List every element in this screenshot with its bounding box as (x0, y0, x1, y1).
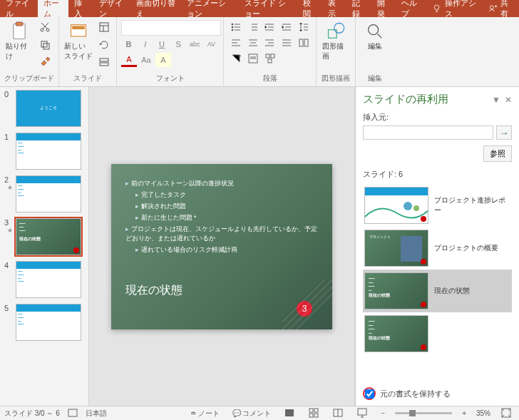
thumbnail-item[interactable]: 4━━━━━━━━━━━━━ (0, 258, 88, 301)
section-button[interactable] (96, 55, 112, 69)
reuse-item[interactable]: プロジェクトプロジェクトの概要 (363, 227, 512, 270)
strike-button[interactable]: abc (187, 37, 202, 51)
align-left-button[interactable] (228, 36, 244, 50)
svg-point-15 (232, 29, 233, 31)
copy-button[interactable] (37, 38, 53, 52)
font-selectors[interactable] (121, 20, 221, 36)
indent-inc-button[interactable] (279, 20, 294, 34)
text-direction-button[interactable] (228, 51, 244, 66)
align-right-button[interactable] (262, 36, 278, 50)
thumbnail-item[interactable]: 3★━━━━━━━━━━━現在の状態 (0, 215, 88, 258)
notes-button[interactable]: ≐ ノート (187, 409, 222, 419)
indent-dec-button[interactable] (262, 20, 278, 34)
thumbnail-item[interactable]: 2★━━━━━━━━━━━━━ (0, 173, 88, 215)
reuse-item-title: プロジェクトの概要 (434, 243, 498, 253)
reuse-item[interactable]: ━━━━━━━━━━━━━現在の状態 (363, 312, 512, 355)
font-color-button[interactable]: A (121, 53, 137, 67)
zoom-level[interactable]: 35% (476, 409, 490, 417)
align-center-button[interactable] (245, 36, 261, 50)
work-area: 0ようこそ1━━━━━━━━━━━━━2★━━━━━━━━━━━━━3★━━━━… (0, 87, 519, 406)
numbering-button[interactable] (245, 20, 261, 34)
paste-icon (9, 21, 29, 41)
thumb-preview[interactable]: ━━━━━━━━━━━━━ (16, 261, 81, 298)
shapes-button[interactable]: 図形描画 (321, 20, 351, 72)
thumb-preview[interactable]: ━━━━━━━━━━━━━ (16, 304, 81, 341)
share-icon (488, 3, 498, 14)
align-text-button[interactable] (245, 51, 261, 66)
indent-left-icon (264, 21, 275, 33)
thumb-preview[interactable]: ━━━━━━━━━━━現在の状態 (16, 218, 81, 255)
slide-canvas[interactable]: 前のマイルストーン以降の進捗状況完了したタスク解決された問題新たに生じた問題 *… (89, 87, 355, 406)
thumb-preview[interactable]: ━━━━━━━━━━━━━ (16, 175, 81, 212)
justify-button[interactable] (279, 36, 294, 50)
format-painter-button[interactable] (37, 55, 53, 69)
spacing-button[interactable]: AV (204, 37, 219, 51)
svg-point-24 (369, 25, 379, 35)
share-button[interactable]: 共有 (483, 0, 519, 22)
from-input[interactable] (363, 126, 493, 140)
panel-dropdown-icon[interactable]: ▼ (492, 95, 500, 105)
ribbon-clipboard: 貼り付け クリップボード (0, 17, 59, 86)
brush-icon (39, 56, 51, 68)
slide-bullet[interactable]: プロジェクトは現在、スケジュールよりも先行しているか、予定どおりか、または遅れて… (125, 225, 318, 243)
zoom-in-button[interactable]: + (459, 409, 469, 417)
language-label[interactable]: 日本語 (86, 409, 107, 419)
thumbnail-item[interactable]: 0ようこそ (0, 87, 88, 130)
smartart-button[interactable] (262, 51, 278, 66)
comments-button[interactable]: 💬 コメント (230, 409, 274, 419)
change-case-button[interactable]: Aa (138, 53, 154, 67)
shadow-button[interactable]: S (171, 37, 186, 51)
reuse-item[interactable]: ━━━━━━━━━━━━━現在の状態現在の状態 (363, 270, 512, 312)
go-button[interactable]: → (496, 126, 512, 140)
spellcheck-icon[interactable] (67, 407, 78, 420)
bullets-button[interactable] (228, 20, 244, 34)
svg-rect-29 (309, 409, 313, 412)
normal-view-button[interactable] (281, 407, 298, 420)
new-slide-icon (68, 21, 88, 41)
font-label: フォント (121, 72, 219, 83)
slide-bullet[interactable]: 完了したタスク (125, 190, 318, 200)
fit-button[interactable] (498, 407, 515, 420)
svg-rect-30 (314, 409, 318, 412)
editing-btn-label: 編集 (368, 41, 382, 51)
svg-point-1 (490, 6, 493, 9)
keep-format-checkbox[interactable] (365, 389, 374, 399)
thumbnail-item[interactable]: 5━━━━━━━━━━━━━ (0, 301, 88, 344)
browse-button[interactable]: 参照 (483, 145, 512, 162)
svg-rect-7 (43, 43, 49, 49)
bold-button[interactable]: B (121, 37, 136, 51)
italic-button[interactable]: I (138, 37, 153, 51)
editing-button[interactable]: 編集 (360, 20, 390, 72)
line-spacing-button[interactable] (296, 20, 312, 34)
reuse-item[interactable]: プロジェクト進捗レポー (363, 184, 512, 227)
slide-bullet[interactable]: 新たに生じた問題 * (125, 213, 318, 222)
paste-button[interactable]: 貼り付け (4, 20, 34, 72)
zoom-out-button[interactable]: − (378, 409, 388, 417)
layout-button[interactable] (96, 20, 112, 34)
slide-bullet[interactable]: 解決された問題 (125, 202, 318, 211)
underline-button[interactable]: U (154, 37, 169, 51)
slideshow-view-button[interactable] (354, 407, 371, 420)
slide-bullet[interactable]: 遅れている場合のリスク軽減計画 (125, 245, 318, 255)
new-slide-button[interactable]: 新しい スライド (63, 20, 93, 72)
svg-rect-6 (41, 41, 47, 47)
thumb-preview[interactable]: ━━━━━━━━━━━━━ (16, 133, 81, 170)
tab-help[interactable]: ヘルプ (396, 0, 427, 22)
thumbnail-item[interactable]: 1━━━━━━━━━━━━━ (0, 130, 88, 173)
svg-rect-20 (271, 54, 274, 58)
reset-button[interactable] (96, 38, 112, 52)
svg-point-25 (404, 202, 412, 210)
highlight-button[interactable]: A (155, 53, 171, 67)
tell-me-label: 操作アシス (445, 0, 477, 19)
reading-view-button[interactable] (329, 407, 346, 420)
panel-title: スライドの再利用 (363, 93, 448, 106)
columns-button[interactable] (296, 36, 312, 50)
panel-close-icon[interactable]: ✕ (505, 95, 512, 105)
zoom-slider[interactable] (395, 412, 452, 414)
tell-me[interactable]: 操作アシス (426, 0, 483, 22)
slide-bullet[interactable]: 前のマイルストーン以降の進捗状況 (125, 179, 318, 188)
cut-button[interactable] (37, 20, 53, 34)
thumb-preview[interactable]: ようこそ (16, 90, 81, 127)
sorter-view-button[interactable] (305, 407, 322, 420)
current-slide[interactable]: 前のマイルストーン以降の進捗状況完了したタスク解決された問題新たに生じた問題 *… (111, 164, 332, 329)
